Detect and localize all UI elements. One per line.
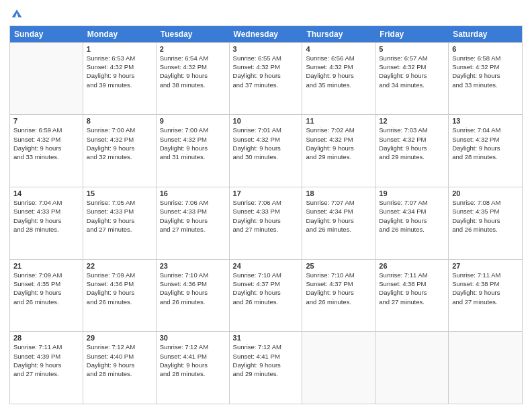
day-cell-7: 7Sunrise: 6:59 AMSunset: 4:32 PMDaylight…	[10, 115, 83, 187]
calendar-body: 1Sunrise: 6:53 AMSunset: 4:32 PMDaylight…	[10, 42, 522, 404]
cell-line2: Sunset: 4:35 PM	[452, 207, 519, 216]
cell-line2: Sunset: 4:37 PM	[233, 279, 299, 288]
day-cell-12: 12Sunrise: 7:03 AMSunset: 4:32 PMDayligh…	[375, 115, 449, 187]
cell-line2: Sunset: 4:32 PM	[13, 135, 79, 144]
cell-line2: Sunset: 4:32 PM	[379, 62, 445, 71]
day-cell-11: 11Sunrise: 7:02 AMSunset: 4:32 PMDayligh…	[302, 115, 375, 187]
cell-line3: Daylight: 9 hours	[160, 288, 226, 297]
cell-line4: and 35 minutes.	[306, 81, 371, 89]
day-cell-29: 29Sunrise: 7:12 AMSunset: 4:40 PMDayligh…	[83, 332, 157, 404]
day-cell-19: 19Sunrise: 7:07 AMSunset: 4:34 PMDayligh…	[375, 187, 449, 259]
empty-cell	[449, 332, 522, 404]
cell-line3: Daylight: 9 hours	[160, 144, 226, 152]
cell-line3: Daylight: 9 hours	[87, 71, 152, 80]
cell-line3: Daylight: 9 hours	[306, 71, 371, 80]
day-number: 26	[379, 262, 445, 270]
day-number: 12	[379, 117, 445, 125]
cell-line4: and 33 minutes.	[13, 152, 79, 161]
empty-cell	[302, 332, 375, 404]
day-number: 13	[452, 117, 519, 125]
cell-line2: Sunset: 4:36 PM	[160, 279, 226, 288]
cell-line3: Daylight: 9 hours	[233, 361, 299, 369]
day-cell-28: 28Sunrise: 7:11 AMSunset: 4:39 PMDayligh…	[10, 332, 83, 404]
cell-line2: Sunset: 4:32 PM	[233, 62, 299, 71]
cell-line4: and 29 minutes.	[306, 152, 371, 161]
day-cell-31: 31Sunrise: 7:12 AMSunset: 4:41 PMDayligh…	[230, 332, 303, 404]
cell-line3: Daylight: 9 hours	[13, 144, 79, 152]
day-number: 10	[233, 117, 299, 125]
cell-line4: and 26 minutes.	[379, 225, 445, 234]
day-number: 8	[87, 117, 152, 125]
cell-line2: Sunset: 4:32 PM	[233, 135, 299, 144]
cell-line4: and 26 minutes.	[160, 298, 226, 306]
cell-line3: Daylight: 9 hours	[13, 361, 79, 369]
cell-line1: Sunrise: 7:00 AM	[160, 126, 226, 134]
cell-line1: Sunrise: 7:09 AM	[13, 271, 79, 279]
cell-line1: Sunrise: 6:56 AM	[306, 54, 371, 62]
day-number: 20	[452, 189, 519, 197]
cell-line2: Sunset: 4:32 PM	[87, 62, 152, 71]
cell-line1: Sunrise: 7:03 AM	[379, 126, 445, 134]
calendar-row-1: 1Sunrise: 6:53 AMSunset: 4:32 PMDaylight…	[10, 42, 522, 115]
cell-line3: Daylight: 9 hours	[87, 288, 152, 297]
day-cell-16: 16Sunrise: 7:06 AMSunset: 4:33 PMDayligh…	[157, 187, 230, 259]
day-number: 11	[306, 117, 371, 125]
cell-line1: Sunrise: 7:07 AM	[306, 198, 371, 207]
cell-line4: and 26 minutes.	[233, 298, 299, 306]
cell-line2: Sunset: 4:41 PM	[233, 352, 299, 361]
day-cell-30: 30Sunrise: 7:12 AMSunset: 4:41 PMDayligh…	[157, 332, 230, 404]
cell-line4: and 30 minutes.	[233, 152, 299, 161]
cell-line1: Sunrise: 6:58 AM	[452, 54, 519, 62]
cell-line2: Sunset: 4:32 PM	[160, 135, 226, 144]
day-number: 30	[160, 334, 226, 342]
cell-line2: Sunset: 4:37 PM	[306, 279, 371, 288]
empty-cell	[375, 332, 449, 404]
cell-line3: Daylight: 9 hours	[452, 144, 519, 152]
empty-cell	[10, 43, 83, 115]
cell-line2: Sunset: 4:32 PM	[87, 135, 152, 144]
day-cell-22: 22Sunrise: 7:09 AMSunset: 4:36 PMDayligh…	[83, 260, 157, 332]
calendar: SundayMondayTuesdayWednesdayThursdayFrid…	[9, 26, 523, 404]
cell-line4: and 28 minutes.	[13, 225, 79, 234]
cell-line1: Sunrise: 7:06 AM	[233, 198, 299, 207]
cell-line4: and 26 minutes.	[452, 225, 519, 234]
day-number: 6	[452, 45, 519, 53]
day-cell-2: 2Sunrise: 6:54 AMSunset: 4:32 PMDaylight…	[157, 43, 230, 115]
day-number: 18	[306, 189, 371, 197]
day-cell-25: 25Sunrise: 7:10 AMSunset: 4:37 PMDayligh…	[302, 260, 375, 332]
header-day-wednesday: Wednesday	[230, 26, 303, 42]
cell-line3: Daylight: 9 hours	[233, 288, 299, 297]
cell-line2: Sunset: 4:32 PM	[306, 135, 371, 144]
cell-line3: Daylight: 9 hours	[233, 71, 299, 80]
cell-line3: Daylight: 9 hours	[233, 144, 299, 152]
cell-line4: and 26 minutes.	[306, 298, 371, 306]
cell-line3: Daylight: 9 hours	[306, 288, 371, 297]
cell-line4: and 27 minutes.	[379, 298, 445, 306]
cell-line2: Sunset: 4:34 PM	[306, 207, 371, 216]
cell-line4: and 27 minutes.	[233, 225, 299, 234]
day-cell-5: 5Sunrise: 6:57 AMSunset: 4:32 PMDaylight…	[375, 43, 449, 115]
cell-line3: Daylight: 9 hours	[452, 288, 519, 297]
day-number: 25	[306, 262, 371, 270]
cell-line1: Sunrise: 7:12 AM	[233, 342, 299, 351]
cell-line1: Sunrise: 7:10 AM	[160, 271, 226, 279]
cell-line1: Sunrise: 7:09 AM	[87, 271, 152, 279]
cell-line4: and 33 minutes.	[452, 81, 519, 89]
cell-line2: Sunset: 4:32 PM	[452, 62, 519, 71]
cell-line4: and 28 minutes.	[87, 369, 152, 378]
day-cell-27: 27Sunrise: 7:11 AMSunset: 4:38 PMDayligh…	[449, 260, 522, 332]
cell-line3: Daylight: 9 hours	[13, 216, 79, 225]
cell-line2: Sunset: 4:39 PM	[13, 352, 79, 361]
cell-line2: Sunset: 4:36 PM	[87, 279, 152, 288]
cell-line1: Sunrise: 7:12 AM	[87, 342, 152, 351]
cell-line4: and 27 minutes.	[452, 298, 519, 306]
cell-line2: Sunset: 4:32 PM	[452, 135, 519, 144]
day-number: 5	[379, 45, 445, 53]
day-cell-23: 23Sunrise: 7:10 AMSunset: 4:36 PMDayligh…	[157, 260, 230, 332]
cell-line3: Daylight: 9 hours	[233, 216, 299, 225]
cell-line3: Daylight: 9 hours	[87, 216, 152, 225]
cell-line1: Sunrise: 6:54 AM	[160, 54, 226, 62]
cell-line2: Sunset: 4:40 PM	[87, 352, 152, 361]
cell-line4: and 29 minutes.	[379, 152, 445, 161]
cell-line4: and 27 minutes.	[160, 225, 226, 234]
